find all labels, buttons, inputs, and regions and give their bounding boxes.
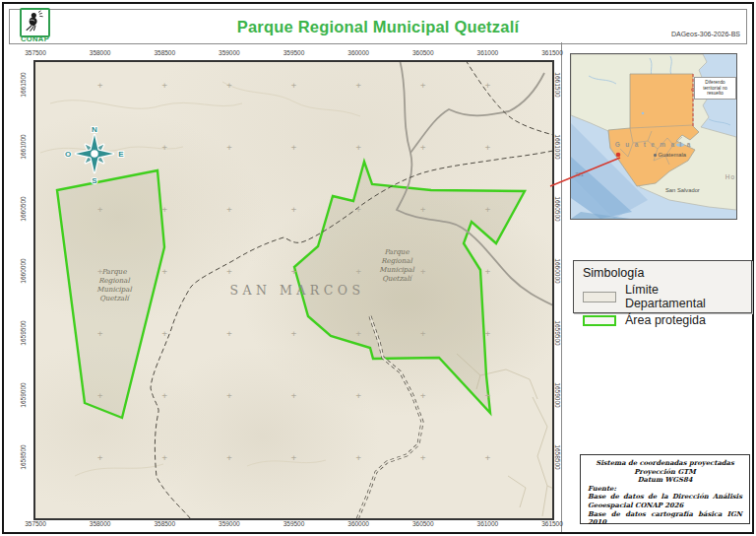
grid-cross: +	[97, 452, 102, 462]
grid-coordinate-label: 1660500	[554, 196, 561, 221]
compass-south-label: S	[92, 176, 97, 185]
grid-coordinate-label: 1661500	[20, 72, 27, 97]
grid-cross: +	[485, 452, 490, 462]
protected-area-label-east: Parque Regional Municipal Quetzalí	[379, 248, 413, 284]
locator-arrow	[540, 147, 631, 191]
grid-cross: +	[355, 266, 360, 276]
main-map[interactable]: ++++++++++++++++++++++++++++++++++++++++…	[33, 60, 554, 520]
grid-coordinate-label: 358500	[154, 49, 175, 56]
grid-coordinate-label: 361500	[541, 520, 563, 527]
legend-item-label: Límite Departamental	[625, 283, 742, 310]
legend-item-department-boundary[interactable]: Límite Departamental	[583, 283, 742, 310]
grid-cross: +	[355, 390, 360, 400]
grid-coordinate-label: 359000	[219, 520, 240, 527]
grid-cross: +	[420, 142, 425, 152]
area-label-line: Municipal	[379, 266, 413, 275]
grid-cross: +	[162, 142, 167, 152]
compass-north-label: N	[92, 125, 97, 134]
header-bar: Parque Regional Municipal Quetzalí DAGeo…	[9, 9, 747, 44]
grid-cross: +	[162, 80, 167, 90]
grid-cross: +	[226, 204, 231, 214]
area-label-line: Municipal	[96, 286, 131, 295]
legend-panel: Simbología Límite Departamental Área pro…	[573, 260, 752, 313]
territorial-note-box: Diferendo territorial no resuelto	[694, 77, 736, 100]
area-label-line: Quetzalí	[96, 295, 131, 303]
inset-capital-label: Guatemala	[654, 152, 686, 158]
compass-west-label: O	[65, 150, 71, 159]
grid-coordinate-label: 360000	[347, 520, 369, 527]
capital-text: Guatemala	[659, 152, 686, 158]
grid-coordinate-label: 1660000	[554, 258, 561, 283]
inset-honduras-label: Ho	[725, 173, 735, 180]
grid-cross: +	[291, 452, 296, 462]
inset-locator-map[interactable]: G u a t e m a l a Guatemala San Salvador…	[570, 53, 737, 220]
grid-coordinate-label: 357500	[25, 520, 46, 527]
conap-logo-label: CONAP	[15, 34, 55, 43]
page-title: Parque Regional Municipal Quetzalí	[10, 18, 746, 36]
map-sheet: Parque Regional Municipal Quetzalí DAGeo…	[2, 2, 754, 534]
compass-rose: N E S O	[63, 122, 126, 185]
grid-coordinate-label: 361500	[541, 49, 563, 56]
grid-coordinate-label: 361000	[477, 49, 499, 56]
grid-cross: +	[226, 328, 231, 338]
grid-cross: +	[162, 452, 167, 462]
protected-area-swatch	[583, 315, 616, 326]
crs-title: Sistema de coordenadas proyectadas	[588, 459, 742, 468]
department-label: SAN MARCOS	[214, 283, 381, 298]
legend-item-label: Área protegida	[625, 313, 706, 327]
grid-coordinate-label: 357500	[25, 49, 46, 56]
grid-coordinate-label: 1658500	[554, 444, 561, 469]
grid-cross: +	[420, 204, 425, 214]
grid-coordinate-label: 359000	[219, 49, 240, 56]
grid-cross: +	[355, 80, 360, 90]
source-line: Base de datos de la Dirección Análisis G…	[588, 493, 742, 509]
grid-cross: +	[291, 80, 296, 90]
document-reference: DAGeos-306-2026-BS	[671, 31, 740, 37]
grid-coordinate-label: 360500	[412, 520, 434, 527]
legend-item-protected-area[interactable]: Área protegida	[583, 313, 742, 327]
grid-cross: +	[355, 204, 360, 214]
grid-cross: +	[420, 266, 425, 276]
grid-coordinate-label: 359500	[284, 520, 305, 527]
credits-box: Sistema de coordenadas proyectadas Proye…	[580, 454, 750, 524]
grid-coordinate-label: 1661500	[554, 72, 561, 97]
grid-coordinate-label: 1659000	[20, 382, 27, 407]
grid-coordinate-label: 1658500	[20, 444, 27, 469]
grid-cross: +	[291, 266, 296, 276]
compass-east-label: E	[118, 150, 124, 159]
grid-coordinate-label: 361000	[477, 520, 499, 527]
grid-coordinate-label: 1661000	[20, 134, 27, 159]
grid-cross: +	[291, 390, 296, 400]
grid-cross: +	[420, 390, 425, 400]
grid-cross: +	[355, 452, 360, 462]
grid-cross: +	[420, 328, 425, 338]
inset-san-salvador-label: San Salvador	[665, 187, 700, 193]
grid-cross: +	[485, 204, 490, 214]
grid-cross: +	[485, 80, 490, 90]
grid-cross: +	[226, 390, 231, 400]
grid-cross: +	[420, 452, 425, 462]
crs-projection: Proyección GTM	[588, 468, 742, 477]
grid-cross: +	[162, 204, 167, 214]
grid-cross: +	[226, 80, 231, 90]
crs-datum: Datum WGS84	[588, 476, 742, 485]
grid-cross: +	[97, 204, 102, 214]
grid-cross: +	[97, 390, 102, 400]
grid-cross: +	[226, 142, 231, 152]
legend-title: Simbología	[583, 266, 742, 280]
grid-cross: +	[162, 266, 167, 276]
grid-cross: +	[485, 266, 490, 276]
grid-cross: +	[355, 328, 360, 338]
grid-coordinate-label: 1660000	[20, 258, 27, 283]
quetzal-icon	[22, 10, 44, 32]
area-label-line: Regional	[379, 257, 413, 266]
panel-divider	[561, 42, 562, 532]
source-label: Fuente:	[588, 485, 742, 494]
grid-coordinate-label: 1659500	[20, 320, 27, 345]
grid-cross: +	[291, 204, 296, 214]
conap-logo	[20, 8, 50, 37]
capital-dot	[654, 154, 657, 157]
grid-cross: +	[291, 142, 296, 152]
grid-coordinate-label: 358000	[90, 520, 111, 527]
protected-area-label-west: Parque Regional Municipal Quetzalí	[96, 268, 131, 303]
